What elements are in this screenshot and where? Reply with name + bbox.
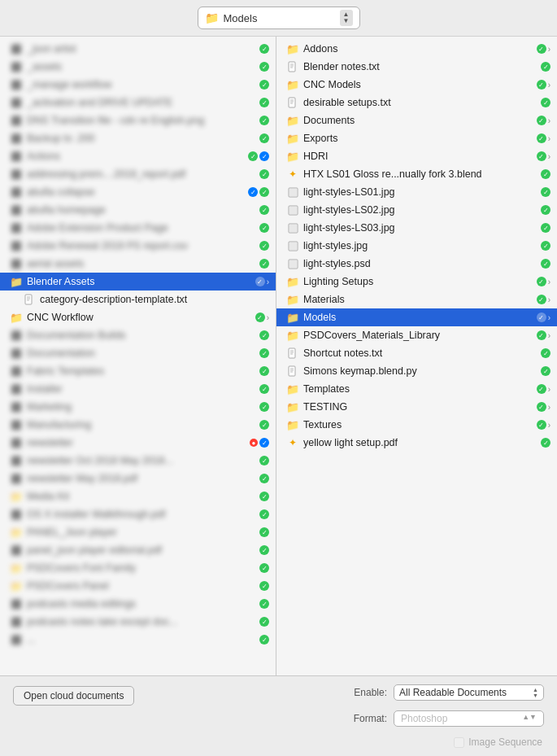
list-item[interactable]: ⬛ newsletter Oct 2018 May 2018... ✓: [0, 452, 276, 470]
left-panel[interactable]: ⬛ _json artist ✓ ⬛ _assets ✓ ⬛ _manage w…: [0, 37, 276, 675]
open-cloud-button[interactable]: Open cloud documents: [13, 686, 134, 706]
right-panel-item-psdcovers-materials[interactable]: 📁 PSDCovers_Materials_Library ✓ ›: [276, 326, 557, 344]
right-panel-item-textures[interactable]: 📁 Textures ✓ ›: [276, 416, 557, 434]
doc-icon: ⬛: [10, 365, 23, 378]
right-panel-item-light-styles-jpg[interactable]: light-styles.jpg ✓: [276, 237, 557, 255]
status-check: ✓: [259, 420, 269, 430]
right-panel-item-htx-ls01[interactable]: ✦ HTX LS01 Gloss re...nually fork 3.blen…: [276, 165, 557, 183]
right-panel-item-exports[interactable]: 📁 Exports ✓ ›: [276, 129, 557, 147]
right-panel-item-simons-keymap[interactable]: Simons keymap.blend.py ✓: [276, 362, 557, 380]
sidebar-item-blender-assets[interactable]: 📁 Blender Assets ✓ ›: [0, 273, 276, 291]
status-check: ✓: [259, 384, 269, 394]
right-panel-item-light-styles-ls01[interactable]: light-styles-LS01.jpg ✓: [276, 183, 557, 201]
chevron-right-icon: ›: [548, 421, 550, 430]
right-panel-item-shortcut-notes[interactable]: Shortcut notes.txt ✓: [276, 344, 557, 362]
right-panel-item-light-styles-ls03[interactable]: light-styles-LS03.jpg ✓: [276, 219, 557, 237]
list-item[interactable]: ⬛ aerial assets ✓: [0, 255, 276, 273]
right-panel-item-desirable-setups[interactable]: desirable setups.txt ✓: [276, 94, 557, 111]
right-panel-item-addons[interactable]: 📁 Addons ✓ ›: [276, 40, 557, 58]
list-item[interactable]: ⬛ Backup to .200 ✓: [0, 129, 276, 147]
list-item[interactable]: ⬛ _manage workflow ✓: [0, 76, 276, 94]
doc-icon: [286, 96, 299, 109]
list-item[interactable]: ⬛ newsletter ● ✓: [0, 434, 276, 452]
svg-rect-17: [289, 225, 297, 232]
sidebar-item-category-description[interactable]: category-description-template.txt: [0, 291, 276, 308]
right-panel-item-lighting-setups[interactable]: 📁 Lighting Setups ✓ ›: [276, 273, 557, 291]
list-item[interactable]: ⬛ abufia collapse ✓✓: [0, 183, 276, 201]
list-item[interactable]: ⬛ podcasts media editings ✓: [0, 595, 276, 613]
list-item[interactable]: ⬛ podcasts notes take except doc... ✓: [0, 613, 276, 631]
image-sequence-checkbox[interactable]: [454, 737, 464, 748]
list-item[interactable]: ⬛ _assets ✓: [0, 58, 276, 76]
doc-icon: ⬛: [10, 132, 23, 145]
doc-icon: ⬛: [10, 508, 23, 521]
main-content: ⬛ _json artist ✓ ⬛ _assets ✓ ⬛ _manage w…: [0, 37, 557, 675]
chevron-right-icon: ›: [548, 385, 550, 394]
list-item[interactable]: ⬛ OS X installer Walkthrough.pdf ✓: [0, 505, 276, 523]
list-item[interactable]: ⬛ Marketing ✓: [0, 398, 276, 416]
right-panel-item-hdri[interactable]: 📁 HDRI ✓ ›: [276, 147, 557, 165]
list-item[interactable]: ⬛ Installer ✓: [0, 380, 276, 398]
status-check: ✓: [259, 44, 269, 54]
status-check: ✓: [259, 187, 269, 197]
folder-selector-name: Models: [224, 12, 335, 24]
enable-label: Enable:: [342, 687, 387, 698]
folder-icon: 📁: [10, 275, 23, 288]
enable-stepper[interactable]: ▲ ▼: [533, 687, 538, 698]
folder-selector[interactable]: 📁 Models ▲ ▼: [198, 7, 360, 29]
status-check: ✓: [259, 563, 269, 573]
status-check: ✓: [259, 80, 269, 90]
list-item[interactable]: ⬛ addressing prem....2019_report.pdf ✓: [0, 165, 276, 183]
list-item[interactable]: 📁 PANEL_Json player ✓: [0, 523, 276, 541]
list-item[interactable]: 📁 PSDCovers Font Family ✓: [0, 559, 276, 577]
right-panel-item-documents[interactable]: 📁 Documents ✓ ›: [276, 111, 557, 129]
format-placeholder: Photoshop: [401, 713, 447, 724]
right-panel-item-light-styles-ls02[interactable]: light-styles-LS02.jpg ✓: [276, 201, 557, 219]
list-item[interactable]: 📁 Media Kit ✓: [0, 487, 276, 505]
right-panel-item-materials[interactable]: 📁 Materials ✓ ›: [276, 291, 557, 308]
list-item[interactable]: ⬛ Manufacturing ✓: [0, 416, 276, 434]
sidebar-item-cnc-workflow[interactable]: 📁 CNC Workflow ✓ ›: [0, 308, 276, 326]
right-panel-item-templates[interactable]: 📁 Templates ✓ ›: [276, 380, 557, 398]
list-item[interactable]: ⬛ ... ✓: [0, 631, 276, 649]
right-panel-item-light-styles-psd[interactable]: light-styles.psd ✓: [276, 255, 557, 273]
list-item[interactable]: ⬛ Documentation ✓: [0, 344, 276, 362]
folder-blurred-icon: 📁: [10, 562, 23, 575]
format-input[interactable]: Photoshop ▲▼: [394, 710, 544, 727]
doc-icon: ⬛: [10, 114, 23, 127]
list-item[interactable]: ⬛ panel_json player editorial.pdf ✓: [0, 541, 276, 559]
list-item[interactable]: ⬛ Documentation Builds ✓: [0, 326, 276, 344]
status-check-selected: ✓: [255, 277, 265, 286]
enable-select[interactable]: All Readable Documents ▲ ▼: [394, 684, 544, 701]
right-panel-item-yellow-light[interactable]: ✦ yellow light setup.pdf ✓: [276, 434, 557, 452]
folder-stepper[interactable]: ▲ ▼: [340, 10, 353, 26]
status-check: ✓: [259, 169, 269, 179]
image-icon: [286, 257, 299, 270]
format-stepper[interactable]: ▲▼: [522, 713, 537, 721]
list-item[interactable]: ⬛ _activation and DRIVE UPDATE ✓: [0, 94, 276, 111]
right-panel-item-cnc-models[interactable]: 📁 CNC Models ✓ ›: [276, 76, 557, 94]
list-item[interactable]: ⬛ newsletter May 2018.pdf ✓: [0, 470, 276, 487]
list-item[interactable]: ⬛ Adobe Renewal 2019 PS report.csv ✓: [0, 237, 276, 255]
list-item[interactable]: ⬛ Fabric Templates ✓: [0, 362, 276, 380]
right-panel-item-testing[interactable]: 📁 TESTING ✓ ›: [276, 398, 557, 416]
list-item[interactable]: ⬛ Actions ✓✓: [0, 147, 276, 165]
status-check-selected: ✓: [537, 312, 546, 322]
svg-rect-21: [289, 260, 297, 268]
status-check: ✓: [259, 527, 269, 537]
right-panel-item-blender-notes[interactable]: Blender notes.txt ✓: [276, 58, 557, 76]
doc-icon: ⬛: [10, 544, 23, 557]
list-item[interactable]: ⬛ Adobe Extension Product Page ✓: [0, 219, 276, 237]
doc-icon: ⬛: [10, 418, 23, 431]
folder-icon: 📁: [286, 114, 299, 127]
list-item[interactable]: ⬛ abufia homepage ✓: [0, 201, 276, 219]
right-panel-item-models[interactable]: 📁 Models ✓ ›: [276, 308, 557, 326]
list-item[interactable]: ⬛ DNS Transition file - cdn re English.p…: [0, 111, 276, 129]
chevron-right-icon: ›: [548, 45, 550, 54]
right-panel[interactable]: 📁 Addons ✓ › Blender notes.txt ✓ 📁 CNC M…: [276, 37, 557, 675]
folder-icon: 📁: [286, 311, 299, 324]
list-item[interactable]: 📁 PSDCovers Panel ✓: [0, 577, 276, 595]
status-check: ✓: [248, 187, 258, 197]
list-item[interactable]: ⬛ _json artist ✓: [0, 40, 276, 58]
status-check: ✓: [537, 420, 546, 430]
